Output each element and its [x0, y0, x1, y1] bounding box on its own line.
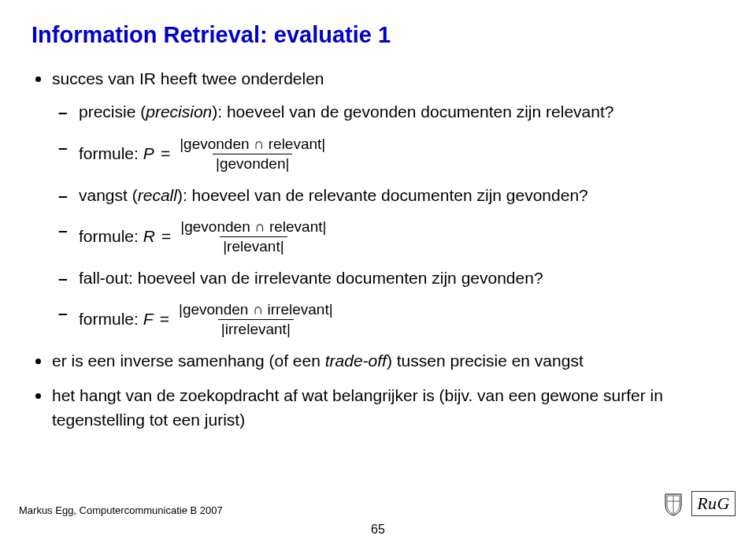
formula-label: formule: — [79, 142, 139, 166]
formula-eq: = — [158, 307, 171, 331]
sub-text-italic: precision — [146, 102, 212, 121]
bullet-text-italic: trade-off — [325, 351, 387, 370]
fraction-denominator: |gevonden| — [213, 154, 292, 173]
sub-text-suffix: ): hoeveel van de gevonden documenten zi… — [212, 102, 613, 121]
bullet-item: succes van IR heeft twee onderdelen – pr… — [32, 67, 724, 338]
fraction-numerator: |gevonden ∩ relevant| — [176, 136, 328, 154]
bullet-text: het hangt van de zoekopdracht af wat bel… — [52, 386, 663, 428]
sub-bullet-item: – fall-out: hoeveel van de irrelevante d… — [52, 266, 724, 290]
fraction-denominator: |relevant| — [220, 236, 287, 255]
formula-lhs: R — [143, 225, 155, 248]
sub-text-suffix: ): hoeveel van de relevante documenten z… — [177, 186, 588, 204]
sub-text-prefix: vangst ( — [79, 186, 138, 204]
dash-icon: – — [58, 266, 68, 290]
formula-eq: = — [160, 225, 172, 248]
dash-icon: – — [58, 184, 68, 207]
sub-bullet-item: – precisie (precision): hoeveel van de g… — [52, 100, 724, 124]
bullet-item: het hangt van de zoekopdracht af wat bel… — [32, 384, 724, 432]
dash-icon: – — [58, 218, 68, 242]
fraction: |gevonden ∩ relevant| |relevant| — [177, 218, 329, 255]
bullet-item: er is een inverse samenhang (of een trad… — [32, 349, 724, 373]
slide: Information Retrieval: evaluatie 1 succe… — [0, 0, 756, 543]
sub-text-prefix: precisie ( — [79, 102, 146, 121]
sub-bullet-item: – formule: P = |gevonden ∩ relevant| |ge… — [52, 136, 724, 173]
formula-lhs: F — [143, 307, 154, 331]
sub-bullet-item: – vangst (recall): hoeveel van de releva… — [52, 184, 724, 207]
formula-lhs: P — [143, 142, 154, 166]
formula-precision: formule: P = |gevonden ∩ relevant| |gevo… — [79, 136, 328, 173]
sub-text: fall-out: hoeveel van de irrelevante doc… — [79, 269, 543, 287]
fraction-numerator: |gevonden ∩ relevant| — [177, 218, 329, 236]
fraction-denominator: |irrelevant| — [218, 319, 294, 338]
formula-recall: formule: R = |gevonden ∩ relevant| |rele… — [79, 218, 329, 255]
sub-text-italic: recall — [138, 186, 177, 204]
bullet-text: succes van IR heeft twee onderdelen — [52, 69, 324, 87]
fraction-numerator: |gevonden ∩ irrelevant| — [176, 301, 336, 319]
bullet-text-suffix: ) tussen precisie en vangst — [387, 351, 584, 370]
footer-author: Markus Egg, Computercommunicatie B 2007 — [19, 504, 223, 516]
formula-fallout: formule: F = |gevonden ∩ irrelevant| |ir… — [79, 301, 336, 338]
fraction: |gevonden ∩ relevant| |gevonden| — [176, 136, 328, 173]
page-number: 65 — [0, 523, 756, 537]
fraction: |gevonden ∩ irrelevant| |irrelevant| — [176, 301, 336, 338]
logo-text: RuG — [691, 491, 736, 516]
formula-eq: = — [159, 142, 172, 166]
university-logo: RuG — [663, 491, 736, 519]
crest-icon — [663, 493, 684, 519]
dash-icon: – — [58, 136, 68, 159]
sub-bullet-list: – precisie (precision): hoeveel van de g… — [52, 100, 724, 337]
sub-bullet-item: – formule: R = |gevonden ∩ relevant| |re… — [52, 218, 724, 255]
dash-icon: – — [58, 100, 68, 124]
slide-title: Information Retrieval: evaluatie 1 — [32, 22, 724, 48]
sub-bullet-item: – formule: F = |gevonden ∩ irrelevant| |… — [52, 301, 724, 338]
dash-icon: – — [58, 301, 68, 325]
formula-label: formule: — [79, 307, 139, 331]
bullet-list: succes van IR heeft twee onderdelen – pr… — [32, 67, 724, 432]
formula-label: formule: — [79, 225, 139, 248]
bullet-text-prefix: er is een inverse samenhang (of een — [52, 351, 325, 370]
